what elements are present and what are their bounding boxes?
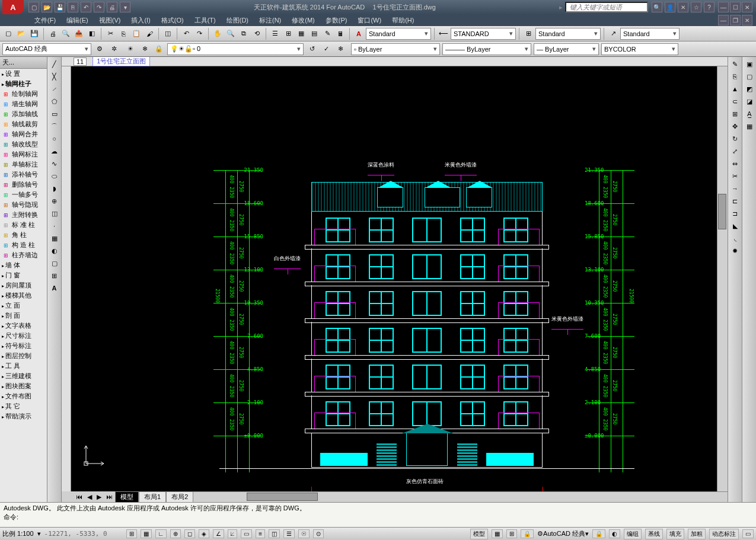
titem-3[interactable]: ⊞轴线裁剪 xyxy=(0,119,47,129)
titem-7[interactable]: ⊞单轴标注 xyxy=(0,159,47,170)
tab-layout1[interactable]: 布局1 xyxy=(139,491,166,503)
doc-restore-icon[interactable]: ❐ xyxy=(730,15,741,25)
status-clean-icon[interactable]: ▭ xyxy=(742,529,754,538)
tcat-4[interactable]: 立 面 xyxy=(0,301,47,311)
zoom-prev-icon[interactable]: ⟲ xyxy=(251,28,263,40)
tcat-2[interactable]: 房间屋顶 xyxy=(0,280,47,290)
grid-toggle[interactable]: ▦ xyxy=(141,529,152,538)
paste-icon[interactable]: 📋 xyxy=(130,28,142,40)
titem-15[interactable]: ⊞构 造 柱 xyxy=(0,240,47,250)
help-search-input[interactable] xyxy=(565,2,648,12)
tcat-7[interactable]: 尺寸标注 xyxy=(0,331,47,341)
textstyle-dropdown[interactable]: Standard xyxy=(366,28,431,40)
erase-icon[interactable]: ✎ xyxy=(729,58,741,70)
ducs-toggle[interactable]: ⟀ xyxy=(228,529,237,538)
cut-icon[interactable]: ✂ xyxy=(104,28,116,40)
hatch-icon[interactable]: ▦ xyxy=(49,232,60,244)
lineweight-dropdown[interactable]: — ByLayer xyxy=(534,43,599,55)
join-icon[interactable]: ⊐ xyxy=(729,207,741,219)
copy-icon[interactable]: ⎘ xyxy=(117,28,129,40)
minimize-icon[interactable]: — xyxy=(718,2,729,12)
layer-states-icon[interactable]: ❄ xyxy=(139,43,151,55)
tab-nav-last-icon[interactable]: ⏭ xyxy=(104,493,115,500)
tablestyle-icon[interactable]: ⊞ xyxy=(522,28,534,40)
polygon-icon[interactable]: ⬠ xyxy=(49,95,60,107)
tcat-9[interactable]: 图层控制 xyxy=(0,351,47,361)
status-scale[interactable]: 比例 1:100 xyxy=(2,529,34,538)
status-quickview-icon[interactable]: ▦ xyxy=(492,529,503,538)
tcat-5[interactable]: 剖 面 xyxy=(0,311,47,321)
ws-save-icon[interactable]: ✲ xyxy=(108,43,120,55)
ellipsearc-icon[interactable]: ◗ xyxy=(49,183,60,194)
tcat-8[interactable]: 符号标注 xyxy=(0,341,47,351)
dyn-toggle[interactable]: ▭ xyxy=(241,529,252,538)
status-baseline[interactable]: 基线 xyxy=(645,529,663,539)
workspace-dropdown[interactable]: AutoCAD 经典 xyxy=(2,43,91,55)
menu-format[interactable]: 格式(O) xyxy=(157,15,189,26)
trim-icon[interactable]: ✂ xyxy=(729,170,741,182)
explode-icon[interactable]: ✸ xyxy=(729,245,741,257)
snap-toggle[interactable]: ⊞ xyxy=(126,529,137,538)
status-annoscale-icon[interactable]: 🔒 xyxy=(521,529,534,538)
tab-nav-prev-icon[interactable]: ◀ xyxy=(85,493,94,501)
qat-more-icon[interactable]: ▾ xyxy=(120,2,130,12)
ortho-toggle[interactable]: ∟ xyxy=(155,529,167,538)
match-icon[interactable]: 🖌 xyxy=(143,28,155,40)
tcat-13[interactable]: 文件布图 xyxy=(0,391,47,401)
tcat-14[interactable]: 其 它 xyxy=(0,401,47,411)
sheet-icon[interactable]: ▤ xyxy=(308,28,320,40)
am-toggle[interactable]: ⊙ xyxy=(313,529,324,538)
sc-toggle[interactable]: ☉ xyxy=(298,529,310,538)
tab-nav-next-icon[interactable]: ▶ xyxy=(94,493,104,501)
layer-prev-icon[interactable]: ↺ xyxy=(306,43,318,55)
arc-icon[interactable]: ⌒ xyxy=(49,120,60,132)
titem-2[interactable]: ⊞添加轴线 xyxy=(0,109,47,119)
mleaderstyle-dropdown[interactable]: Standard xyxy=(620,28,680,40)
search-icon[interactable]: 🔍 xyxy=(652,2,662,12)
mleaderstyle-icon[interactable]: ↗ xyxy=(607,28,619,40)
scrollbar-horizontal[interactable] xyxy=(193,491,728,502)
color-dropdown[interactable]: ▫ ByLayer xyxy=(351,43,440,55)
tpalette-icon[interactable]: ▦ xyxy=(295,28,307,40)
menu-modify[interactable]: 修改(M) xyxy=(287,15,320,26)
menu-dim[interactable]: 标注(N) xyxy=(254,15,286,26)
maximize-icon[interactable]: ☐ xyxy=(730,2,741,12)
titem-0[interactable]: ⊞绘制轴网 xyxy=(0,89,47,99)
region-icon[interactable]: ▢ xyxy=(49,257,60,269)
titem-14[interactable]: ⊞角 柱 xyxy=(0,230,47,240)
titem-5[interactable]: ⊞轴改线型 xyxy=(0,139,47,149)
zoom-win-icon[interactable]: ⧉ xyxy=(238,28,250,40)
qat-undo-icon[interactable]: ↶ xyxy=(81,2,91,12)
status-ws-label[interactable]: ⚙AutoCAD 经典▾ xyxy=(537,529,589,538)
dimstyle-dropdown[interactable]: STANDARD xyxy=(451,28,516,40)
revcloud-icon[interactable]: ☁ xyxy=(49,145,60,157)
front-icon[interactable]: ▣ xyxy=(744,58,755,70)
status-model-btn[interactable]: 模型 xyxy=(470,529,488,539)
block-icon[interactable]: ◫ xyxy=(162,28,174,40)
preview-icon[interactable]: 🔍 xyxy=(60,28,72,40)
plotstyle-dropdown[interactable]: BYCOLOR xyxy=(601,43,678,55)
tpy-toggle[interactable]: ◫ xyxy=(269,529,280,538)
layer-freeze-icon[interactable]: ❄ xyxy=(334,43,346,55)
qp-toggle[interactable]: ☰ xyxy=(283,529,295,538)
break-icon[interactable]: ⊏ xyxy=(729,195,741,207)
menu-edit[interactable]: 编辑(E) xyxy=(62,15,93,26)
qat-redo-icon[interactable]: ↷ xyxy=(94,2,104,12)
status-quicklayout-icon[interactable]: ⊞ xyxy=(506,529,517,538)
tcat-12[interactable]: 图块图案 xyxy=(0,381,47,391)
ellipse-icon[interactable]: ⬭ xyxy=(49,170,60,182)
layer-iso-icon[interactable]: 🔒 xyxy=(153,43,165,55)
tablestyle-dropdown[interactable]: Standard xyxy=(535,28,601,40)
qat-save-icon[interactable]: 💾 xyxy=(55,2,65,12)
table-icon[interactable]: ⊞ xyxy=(49,270,60,282)
insert-icon[interactable]: ⊕ xyxy=(49,195,60,207)
plot-icon[interactable]: 🖨 xyxy=(47,28,59,40)
status-hardware-icon[interactable]: ◐ xyxy=(609,529,620,538)
rect-icon[interactable]: ▭ xyxy=(49,108,60,120)
mtext-icon[interactable]: A xyxy=(49,282,60,294)
status-bold[interactable]: 加粗 xyxy=(688,529,706,539)
menu-draw[interactable]: 绘图(D) xyxy=(222,15,253,26)
doc-close-icon[interactable]: ✕ xyxy=(742,15,752,25)
redo-icon[interactable]: ↷ xyxy=(193,28,205,40)
tpanel-title[interactable]: 天... xyxy=(0,57,47,69)
